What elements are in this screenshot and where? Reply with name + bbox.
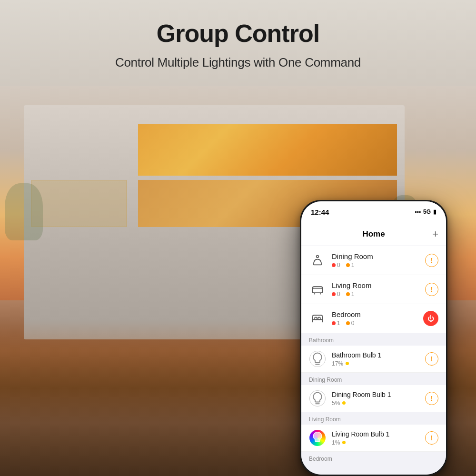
living-alert-icon[interactable]: ! xyxy=(425,283,438,296)
dining-bulb-info: Dining Room Bulb 1 5% xyxy=(332,391,425,407)
section-bathroom-label: Bathroom xyxy=(301,333,446,346)
subtitle: Control Multiple Lightings with One Comm… xyxy=(0,55,476,70)
app-header-title: Home xyxy=(362,229,385,239)
bathroom-bulb-icon xyxy=(309,350,326,367)
living-bulb-alert-icon[interactable]: ! xyxy=(425,431,438,445)
dining-bulb-icon xyxy=(309,390,326,407)
dining-bulb-status: 5% xyxy=(332,400,425,407)
svg-rect-6 xyxy=(318,317,320,320)
svg-rect-5 xyxy=(315,317,317,320)
room-item-dining[interactable]: Dining Room 0 1 xyxy=(301,246,446,275)
yellow-dot-2 xyxy=(342,401,346,405)
bathroom-bulb-status: 17% xyxy=(332,360,425,367)
dining-red-count: 0 xyxy=(337,262,340,268)
signal-icon: ▪▪▪ xyxy=(415,208,421,215)
red-dot xyxy=(332,321,336,325)
dining-stat-orange: 1 xyxy=(346,262,355,268)
bedroom-room-stats: 1 0 xyxy=(332,320,423,327)
bedroom-power-icon[interactable]: ⏻ xyxy=(423,311,438,326)
dining-stat-red: 0 xyxy=(332,262,340,268)
bedroom-svg xyxy=(311,312,324,325)
living-svg xyxy=(311,283,324,296)
red-dot xyxy=(332,263,336,267)
bathroom-bulb-percent: 17% xyxy=(332,360,343,367)
device-living-bulb1[interactable]: Living Room Bulb 1 1% ! xyxy=(301,425,446,452)
living-bulb-info: Living Room Bulb 1 1% xyxy=(332,430,425,446)
app-header: Home + xyxy=(301,222,446,246)
room-item-bedroom[interactable]: Bedroom 1 0 xyxy=(301,304,446,333)
bulb-circle-2 xyxy=(309,390,326,407)
window-top xyxy=(138,124,397,175)
header-section: Group Control Control Multiple Lightings… xyxy=(0,0,476,70)
bedroom-room-name: Bedroom xyxy=(332,310,423,318)
yellow-dot-3 xyxy=(342,441,346,444)
bulb-circle xyxy=(309,351,326,367)
dining-bulb-percent: 5% xyxy=(332,400,340,407)
orange-dot xyxy=(346,263,350,267)
living-orange-count: 1 xyxy=(351,291,355,298)
room-item-living[interactable]: Living Room 0 1 xyxy=(301,275,446,304)
dining-orange-count: 1 xyxy=(351,262,355,268)
room-list: Dining Room 0 1 xyxy=(301,246,446,333)
section-bedroom-label: Bedroom xyxy=(301,452,446,464)
orange-dot xyxy=(346,292,350,296)
status-icons: ▪▪▪ 5G ▮ xyxy=(415,208,436,215)
network-icon: 5G xyxy=(423,208,431,215)
bedroom-stat-red: 1 xyxy=(332,320,340,327)
section-diningroom-label: Dining Room xyxy=(301,373,446,385)
bulb-svg-2 xyxy=(310,391,325,406)
dining-room-icon xyxy=(309,252,326,269)
svg-rect-2 xyxy=(313,288,323,293)
dining-bulb-alert-icon[interactable]: ! xyxy=(425,392,438,405)
dining-room-name: Dining Room xyxy=(332,252,425,260)
bulb-svg-3 xyxy=(310,431,325,445)
living-room-icon xyxy=(309,281,326,298)
battery-icon: ▮ xyxy=(433,208,436,215)
living-bulb-icon xyxy=(309,429,326,446)
device-bathroom-bulb1[interactable]: Bathroom Bulb 1 17% ! xyxy=(301,346,446,373)
status-bar: 12:44 ▪▪▪ 5G ▮ xyxy=(301,201,446,222)
living-room-info: Living Room 0 1 xyxy=(332,281,425,298)
phone: 12:44 ▪▪▪ 5G ▮ Home + xyxy=(300,200,447,476)
living-room-stats: 0 1 xyxy=(332,291,425,298)
tree-left xyxy=(5,183,43,240)
status-time: 12:44 xyxy=(311,208,329,216)
bedroom-orange-count: 0 xyxy=(351,320,355,327)
red-dot xyxy=(332,292,336,296)
living-bulb-name: Living Room Bulb 1 xyxy=(332,430,425,438)
dining-room-stats: 0 1 xyxy=(332,262,425,268)
dining-alert-icon[interactable]: ! xyxy=(425,254,438,267)
bulb-svg xyxy=(310,352,325,366)
living-bulb-status: 1% xyxy=(332,439,425,446)
add-button[interactable]: + xyxy=(432,228,438,240)
bedroom-stat-orange: 0 xyxy=(346,320,355,327)
orange-dot xyxy=(346,321,350,325)
living-bulb-percent: 1% xyxy=(332,439,340,446)
bedroom-red-count: 1 xyxy=(337,320,340,327)
bedroom-icon xyxy=(309,310,326,327)
phone-outer: 12:44 ▪▪▪ 5G ▮ Home + xyxy=(300,200,447,476)
living-stat-red: 0 xyxy=(332,291,340,298)
yellow-dot xyxy=(346,362,349,365)
bathroom-alert-icon[interactable]: ! xyxy=(425,352,438,366)
svg-point-0 xyxy=(317,256,319,258)
device-dining-bulb1[interactable]: Dining Room Bulb 1 5% ! xyxy=(301,385,446,412)
living-stat-orange: 1 xyxy=(346,291,355,298)
section-livingroom-label: Living Room xyxy=(301,412,446,425)
living-red-count: 0 xyxy=(337,291,340,298)
bathroom-bulb-info: Bathroom Bulb 1 17% xyxy=(332,351,425,367)
phone-content: Dining Room 0 1 xyxy=(301,246,446,475)
phone-inner: 12:44 ▪▪▪ 5G ▮ Home + xyxy=(301,201,446,475)
dining-room-info: Dining Room 0 1 xyxy=(332,252,425,268)
main-title: Group Control xyxy=(0,19,476,48)
dining-svg xyxy=(311,254,324,267)
dining-bulb-name: Dining Room Bulb 1 xyxy=(332,391,425,398)
page-wrapper: Group Control Control Multiple Lightings… xyxy=(0,0,476,476)
bulb-colorful xyxy=(309,430,326,446)
bathroom-bulb-name: Bathroom Bulb 1 xyxy=(332,351,425,359)
window-bottom-left xyxy=(31,180,127,227)
bedroom-room-info: Bedroom 1 0 xyxy=(332,310,423,327)
living-room-name: Living Room xyxy=(332,281,425,289)
